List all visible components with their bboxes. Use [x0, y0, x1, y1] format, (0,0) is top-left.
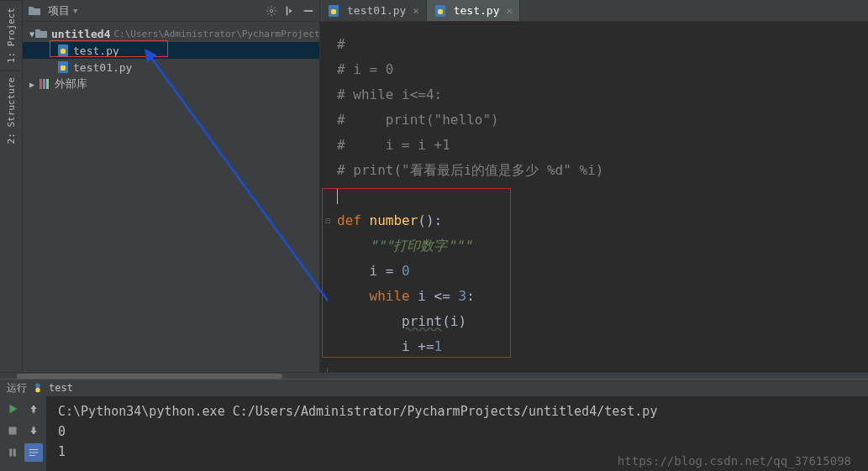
library-icon: [38, 77, 51, 91]
close-icon[interactable]: ×: [506, 5, 512, 17]
gear-icon[interactable]: [266, 5, 277, 17]
svg-rect-16: [9, 449, 12, 457]
editor-tabs: test01.py × test.py ×: [320, 0, 868, 22]
chevron-right-icon: ▶: [29, 80, 38, 89]
run-output[interactable]: C:\Python34\python.exe C:/Users/Administ…: [46, 396, 868, 471]
project-panel: 项目 ▼ ▼ untitled4 C:\Users\Administrator\…: [23, 0, 320, 372]
svg-rect-14: [35, 388, 39, 392]
hide-icon[interactable]: [302, 5, 314, 17]
run-toolbar: [0, 396, 46, 471]
chevron-down-icon: ▼: [73, 7, 77, 15]
svg-rect-7: [43, 79, 45, 89]
fold-end-icon: ⌊: [322, 359, 334, 372]
project-panel-header: 项目 ▼: [23, 0, 319, 22]
side-tab-structure[interactable]: 2: Structure: [0, 70, 22, 150]
collapse-icon[interactable]: [284, 5, 296, 17]
code-line: # while i<=4:: [337, 82, 851, 107]
code-line: # i = i +1: [337, 133, 851, 158]
tree-file-testpy[interactable]: test.py: [23, 42, 319, 59]
down-button[interactable]: [24, 421, 43, 440]
svg-point-0: [270, 9, 273, 13]
svg-rect-8: [46, 79, 49, 89]
code-line: i = 0: [337, 259, 851, 284]
project-tree: ▼ untitled4 C:\Users\Administrator\Pycha…: [23, 22, 319, 372]
side-tab-label: 1: Project: [6, 8, 17, 63]
svg-rect-13: [35, 384, 39, 388]
tree-file-label: test.py: [73, 44, 119, 57]
run-panel-header: 运行 test: [0, 379, 868, 396]
wrap-button[interactable]: [24, 443, 43, 462]
svg-rect-6: [39, 79, 42, 89]
tab-label: test01.py: [347, 4, 406, 17]
stop-button[interactable]: [3, 421, 22, 440]
svg-rect-1: [304, 10, 313, 12]
python-file-icon: [434, 4, 447, 18]
tree-external-libs[interactable]: ▶ 外部库: [23, 76, 319, 92]
code-line: while i <= 3:: [337, 284, 851, 309]
code-line: # print("hello"): [337, 107, 851, 133]
tree-root[interactable]: ▼ untitled4 C:\Users\Administrator\Pycha…: [23, 25, 319, 42]
python-file-icon: [56, 60, 70, 74]
tree-root-name: untitled4: [51, 28, 110, 40]
tree-file-test01py[interactable]: test01.py: [23, 59, 319, 76]
code-line: def number():: [337, 208, 851, 233]
svg-rect-5: [60, 65, 66, 71]
python-file-icon: [56, 44, 70, 57]
tree-lib-label: 外部库: [55, 76, 87, 92]
watermark: https://blog.csdn.net/qq_37615098: [618, 454, 851, 468]
editor-area: test01.py × test.py × ⊟ ⌊ ## i = 0# whil…: [320, 0, 868, 372]
svg-rect-3: [60, 49, 66, 54]
horizontal-scrollbar[interactable]: [0, 372, 868, 379]
code-line: """打印数字""": [337, 233, 851, 259]
folder-icon: [28, 4, 41, 18]
code-line: print(i): [337, 309, 851, 334]
fold-minus-icon[interactable]: ⊟: [322, 208, 334, 233]
tree-file-label: test01.py: [73, 61, 132, 74]
side-tab-label: 2: Structure: [6, 77, 17, 144]
svg-rect-17: [13, 449, 16, 457]
code-line: # print("看看最后i的值是多少 %d" %i): [337, 158, 851, 183]
tab-test01[interactable]: test01.py ×: [320, 0, 427, 21]
panel-title-text: 项目: [48, 3, 70, 18]
svg-rect-15: [9, 427, 17, 435]
python-icon: [32, 382, 44, 394]
rerun-button[interactable]: [3, 400, 22, 418]
close-icon[interactable]: ×: [413, 5, 418, 17]
python-file-icon: [327, 4, 340, 18]
side-toolwindows: 1: Project 2: Structure: [0, 0, 23, 372]
gutter: ⊟ ⌊: [322, 32, 334, 372]
run-config-name: test: [49, 382, 73, 394]
code-line: i +=1: [337, 334, 851, 359]
tab-test[interactable]: test.py ×: [427, 0, 520, 21]
run-title: 运行: [7, 381, 27, 395]
output-line: 0: [58, 421, 856, 442]
code-line: #: [337, 32, 851, 57]
output-cmd: C:\Python34\python.exe C:/Users/Administ…: [58, 401, 856, 421]
code-line: # i = 0: [337, 57, 851, 82]
up-button[interactable]: [24, 400, 43, 418]
svg-rect-10: [331, 9, 336, 14]
folder-icon: [34, 27, 48, 40]
run-panel: 运行 test C:\Python34\python.exe C:/Users/…: [0, 379, 868, 471]
tree-root-path: C:\Users\Administrator\PycharmProjects\: [113, 29, 319, 39]
code-editor[interactable]: ⊟ ⌊ ## i = 0# while i<=4:# print("hello"…: [320, 22, 868, 372]
tab-label: test.py: [454, 4, 500, 17]
code-line: [337, 183, 851, 208]
side-tab-project[interactable]: 1: Project: [0, 0, 22, 70]
svg-rect-12: [438, 9, 443, 14]
project-panel-title[interactable]: 项目 ▼: [28, 3, 77, 18]
pause-button[interactable]: [3, 443, 22, 462]
